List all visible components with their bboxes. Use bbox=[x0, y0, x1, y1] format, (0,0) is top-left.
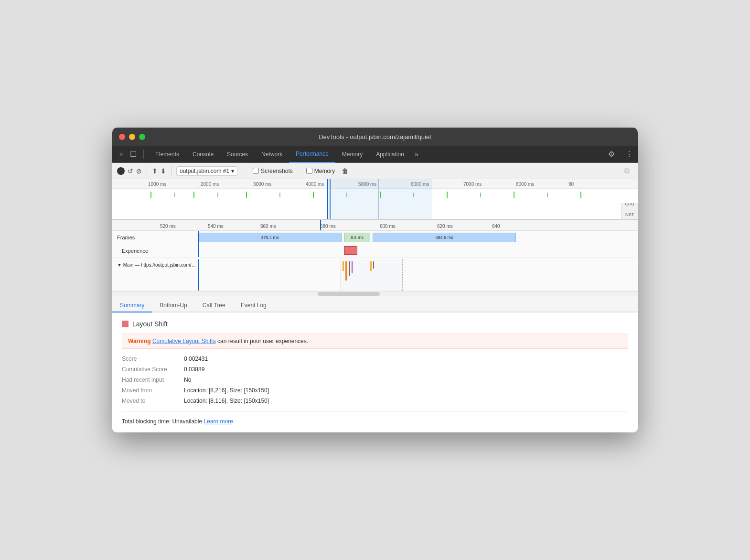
detail-tick-600: 600 ms bbox=[380, 224, 396, 229]
close-button[interactable] bbox=[119, 134, 125, 140]
traffic-lights bbox=[119, 134, 145, 140]
moved-to-value: Location: [8,116], Size: [150x150] bbox=[184, 398, 269, 404]
layout-shift-icon bbox=[122, 321, 129, 327]
main-task-4 bbox=[352, 261, 353, 273]
trash-button[interactable]: 🗑 bbox=[342, 167, 348, 175]
detail-tick-560: 560 ms bbox=[260, 224, 276, 229]
green-tick bbox=[279, 193, 280, 197]
frame-block-2: 8.9 ms bbox=[344, 233, 370, 242]
moved-from-value: Location: [8,216], Size: [150x150] bbox=[184, 387, 269, 394]
warning-label: Warning bbox=[128, 338, 151, 345]
tab-sources[interactable]: Sources bbox=[220, 146, 255, 163]
tab-elements[interactable]: Elements bbox=[149, 146, 186, 163]
experience-row: Experience bbox=[112, 244, 638, 258]
detail-tick-580: 580 ms bbox=[320, 224, 336, 229]
settings-icon[interactable]: ⚙ bbox=[605, 149, 618, 160]
score-row: Score 0.002431 bbox=[122, 355, 628, 362]
devtools-window: DevTools - output.jsbin.com/zajamil/quie… bbox=[112, 128, 638, 432]
tab-summary[interactable]: Summary bbox=[112, 299, 152, 312]
timeline-baseline bbox=[112, 219, 621, 219]
green-tick bbox=[246, 192, 247, 198]
tab-performance[interactable]: Performance bbox=[289, 146, 335, 163]
warning-banner: Warning Cumulative Layout Shifts can res… bbox=[122, 334, 628, 349]
frames-label: Frames bbox=[112, 235, 198, 240]
moved-from-label: Moved from bbox=[122, 387, 184, 394]
detail-timeline: 520 ms 540 ms 560 ms 580 ms 600 ms 620 m… bbox=[112, 220, 638, 296]
upload-button[interactable]: ⬆ bbox=[152, 167, 158, 175]
moved-to-label: Moved to bbox=[122, 398, 184, 404]
tab-bottom-up[interactable]: Bottom-Up bbox=[152, 299, 194, 312]
experience-cursor bbox=[198, 244, 199, 257]
window-title: DevTools - output.jsbin.com/zajamil/quie… bbox=[319, 133, 431, 140]
device-toggle-icon[interactable]: ☐ bbox=[127, 150, 139, 159]
tab-memory[interactable]: Memory bbox=[335, 146, 369, 163]
green-tick bbox=[447, 192, 448, 198]
scrollbar-thumb[interactable] bbox=[318, 292, 380, 296]
green-tick bbox=[580, 192, 581, 198]
ruler-tick-4000: 4000 ms bbox=[306, 182, 324, 187]
main-task-6 bbox=[373, 261, 374, 269]
score-label: Score bbox=[122, 355, 184, 362]
cursor-icon[interactable]: ⌖ bbox=[116, 150, 126, 159]
ruler-tick-1000: 1000 ms bbox=[148, 182, 166, 187]
main-marker bbox=[466, 261, 466, 271]
cumulative-score-value: 0.03889 bbox=[184, 366, 204, 373]
tab-event-log[interactable]: Event Log bbox=[233, 299, 274, 312]
frame-block-1: 470.4 ms bbox=[198, 233, 342, 242]
nav-tabs: ⌖ ☐ Elements Console Sources Network Per… bbox=[112, 146, 638, 163]
frame-block-3: 484.6 ms bbox=[373, 233, 516, 242]
green-tick bbox=[547, 193, 548, 197]
total-blocking-row: Total blocking time: Unavailable Learn m… bbox=[122, 418, 628, 425]
score-value: 0.002431 bbox=[184, 355, 208, 362]
green-tick bbox=[480, 193, 481, 197]
memory-checkbox[interactable] bbox=[306, 168, 312, 174]
url-selector[interactable]: output.jsbin.com #1 ▾ bbox=[176, 166, 237, 176]
maximize-button[interactable] bbox=[139, 134, 145, 140]
green-tick bbox=[413, 193, 414, 197]
divider bbox=[122, 411, 628, 411]
reload-button[interactable]: ↺ bbox=[128, 167, 133, 175]
tab-application[interactable]: Application bbox=[369, 146, 411, 163]
green-tick bbox=[174, 193, 175, 197]
main-content bbox=[198, 259, 638, 291]
clear-button[interactable]: ⊘ bbox=[136, 167, 142, 175]
more-tabs-button[interactable]: » bbox=[411, 151, 422, 158]
frames-content: 470.4 ms 8.9 ms 484.6 ms bbox=[198, 231, 638, 244]
separator2 bbox=[171, 166, 171, 176]
main-task-2 bbox=[345, 261, 347, 280]
recent-input-row: Had recent input No bbox=[122, 377, 628, 383]
detail-tick-520: 520 ms bbox=[160, 224, 176, 229]
ruler-tick-8000: 8000 ms bbox=[516, 182, 534, 187]
green-tick bbox=[514, 192, 514, 198]
tab-call-tree[interactable]: Call Tree bbox=[195, 299, 233, 312]
perf-settings-icon[interactable]: ⚙ bbox=[621, 165, 633, 176]
recent-input-label: Had recent input bbox=[122, 377, 184, 383]
green-tick bbox=[346, 193, 347, 197]
main-row: ▼ Main — https://output.jsbin.com/zajami… bbox=[112, 258, 638, 291]
detail-tick-640: 640 bbox=[492, 224, 500, 229]
learn-more-link[interactable]: Learn more bbox=[204, 418, 233, 425]
download-button[interactable]: ⬇ bbox=[161, 167, 166, 175]
summary-panel: Layout Shift Warning Cumulative Layout S… bbox=[112, 312, 638, 432]
ruler-tick-3000: 3000 ms bbox=[253, 182, 271, 187]
timeline-scrollbar[interactable] bbox=[112, 291, 638, 296]
screenshots-checkbox[interactable] bbox=[253, 168, 259, 174]
memory-checkbox-group[interactable]: Memory bbox=[306, 168, 335, 174]
record-button[interactable] bbox=[117, 167, 125, 175]
experience-label: Experience bbox=[112, 248, 198, 254]
ruler-tick-2000: 2000 ms bbox=[201, 182, 219, 187]
green-tick bbox=[313, 192, 314, 198]
cls-link[interactable]: Cumulative Layout Shifts bbox=[152, 338, 216, 345]
tab-console[interactable]: Console bbox=[186, 146, 220, 163]
ruler-tick-9000: 90 bbox=[568, 182, 574, 187]
green-tick bbox=[193, 192, 194, 198]
more-options-icon[interactable]: ⋮ bbox=[622, 149, 636, 160]
minimize-button[interactable] bbox=[129, 134, 135, 140]
main-task-3 bbox=[349, 261, 350, 276]
tab-network[interactable]: Network bbox=[255, 146, 289, 163]
recording-toolbar: ↺ ⊘ ⬆ ⬇ output.jsbin.com #1 ▾ Screenshot… bbox=[112, 163, 638, 179]
timeline-area: 1000 ms 2000 ms 3000 ms 4000 ms 5000 ms … bbox=[112, 179, 638, 220]
screenshots-checkbox-group[interactable]: Screenshots bbox=[253, 168, 293, 174]
moved-to-row: Moved to Location: [8,116], Size: [150x1… bbox=[122, 398, 628, 404]
green-tick bbox=[150, 192, 151, 198]
